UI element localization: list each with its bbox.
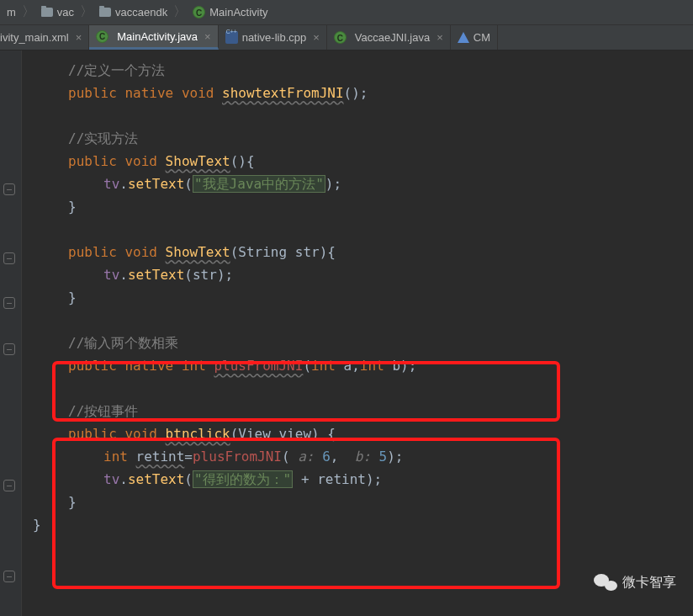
close-icon[interactable]: × bbox=[204, 30, 211, 43]
code-line: } bbox=[22, 491, 693, 513]
code-line: //按钮事件 bbox=[22, 400, 693, 422]
bc-item-class[interactable]: MainActivity bbox=[189, 6, 271, 19]
fold-mark[interactable] bbox=[3, 480, 15, 491]
folder-icon bbox=[41, 8, 53, 17]
bc-sep: 〉 bbox=[19, 3, 38, 21]
wechat-icon bbox=[594, 572, 617, 592]
code-line: public native void showtextFromJNI(); bbox=[22, 82, 693, 104]
bc-sep: 〉 bbox=[77, 3, 96, 21]
class-icon bbox=[96, 30, 108, 43]
close-icon[interactable]: × bbox=[436, 31, 443, 44]
watermark: 微卡智享 bbox=[594, 572, 676, 592]
tab-mainactivity[interactable]: MainActivity.java× bbox=[89, 25, 218, 50]
code-line: public native int plusFromJNI(int a,int … bbox=[22, 354, 693, 377]
tab-vaccaejni[interactable]: VaccaeJNI.java× bbox=[327, 25, 451, 50]
class-icon bbox=[334, 31, 346, 44]
cpp-icon bbox=[225, 31, 238, 44]
close-icon[interactable]: × bbox=[313, 31, 320, 44]
close-icon[interactable]: × bbox=[76, 31, 82, 44]
fold-mark[interactable] bbox=[3, 252, 15, 264]
code-line: } bbox=[22, 513, 693, 536]
code-line: } bbox=[22, 195, 693, 218]
folder-icon bbox=[99, 8, 111, 17]
class-icon bbox=[193, 6, 205, 19]
code-line: //定义一个方法 bbox=[22, 59, 693, 82]
code-line: public void btnclick(View view) { bbox=[22, 422, 693, 445]
code-area[interactable]: //定义一个方法 public native void showtextFrom… bbox=[22, 50, 693, 616]
gutter bbox=[0, 50, 22, 616]
code-line: //实现方法 bbox=[22, 127, 693, 150]
fold-mark[interactable] bbox=[3, 183, 15, 195]
code-line: int retint=plusFromJNI( a: 6, b: 5); bbox=[22, 445, 693, 468]
tab-bar: ivity_main.xml× MainActivity.java× nativ… bbox=[0, 25, 693, 50]
breadcrumb: m 〉 vac 〉 vaccaendk 〉 MainActivity bbox=[0, 0, 693, 25]
bc-item-m[interactable]: m bbox=[3, 6, 19, 19]
fold-mark[interactable] bbox=[3, 571, 15, 582]
code-line: tv.setText(str); bbox=[22, 263, 693, 286]
code-line bbox=[22, 218, 693, 241]
tab-nativelib[interactable]: native-lib.cpp× bbox=[219, 25, 327, 50]
bc-item-vaccaendk[interactable]: vaccaendk bbox=[96, 6, 171, 19]
code-line: //输入两个数相乘 bbox=[22, 332, 693, 354]
editor[interactable]: //定义一个方法 public native void showtextFrom… bbox=[0, 50, 693, 616]
code-line: public void ShowText(){ bbox=[22, 150, 693, 173]
code-line bbox=[22, 377, 693, 400]
bc-sep: 〉 bbox=[171, 3, 189, 21]
fold-mark[interactable] bbox=[3, 343, 15, 355]
fold-mark[interactable] bbox=[3, 297, 15, 309]
code-line bbox=[22, 309, 693, 332]
cmake-icon bbox=[458, 32, 469, 43]
tab-layout[interactable]: ivity_main.xml× bbox=[0, 25, 89, 50]
code-line: tv.setText("我是Java中的方法"); bbox=[22, 173, 693, 195]
bc-item-vac[interactable]: vac bbox=[38, 6, 77, 19]
code-line bbox=[22, 104, 693, 127]
code-line: public void ShowText(String str){ bbox=[22, 241, 693, 263]
code-line: } bbox=[22, 286, 693, 309]
code-line: tv.setText("得到的数为：" + retint); bbox=[22, 468, 693, 491]
tab-cmake[interactable]: CM bbox=[451, 25, 498, 50]
